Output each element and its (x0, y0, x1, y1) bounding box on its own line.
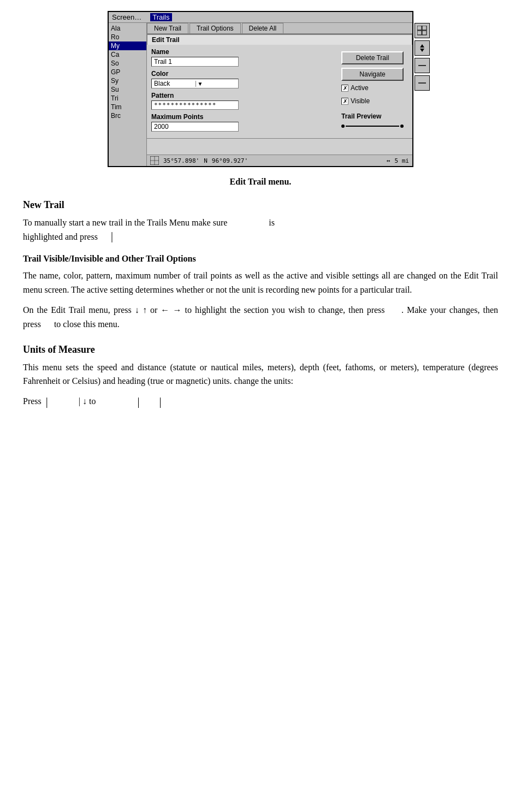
new-trail-paragraph: To manually start a new trail in the Tra… (23, 216, 498, 244)
color-label: Color (151, 70, 337, 78)
delete-trail-button[interactable]: Delete Trail (341, 51, 404, 64)
active-label: Active (351, 84, 369, 92)
trail-preview-label: Trail Preview (341, 112, 404, 120)
pattern-input[interactable]: *************** (151, 100, 239, 110)
menu-trails[interactable]: Trails (150, 13, 171, 21)
sidebar-my[interactable]: My (109, 42, 146, 50)
units-heading: Units of Measure (23, 342, 498, 357)
right-icon-4 (415, 75, 430, 91)
press-label: Press (23, 395, 42, 408)
edit-trail-window: Screen… Trails Ala Ro My Ca So GP Sy Su … (108, 11, 413, 167)
trail-preview-dot-right (400, 125, 404, 128)
svg-marker-8 (420, 49, 424, 52)
sidebar-gp: GP (109, 68, 146, 76)
status-distance: 5 mi (395, 157, 410, 164)
tab-bar: New Trail Trail Options Delete All (147, 23, 412, 34)
new-trail-is: is (269, 218, 275, 227)
menu-bar: Screen… Trails (109, 12, 412, 23)
status-arrows: ↔ (387, 157, 390, 164)
right-icon-1 (415, 23, 430, 38)
units-paragraph: This menu sets the speed and distance (s… (23, 360, 498, 388)
vertical-bar-1: | (111, 230, 113, 242)
status-bar: 35°57.898' N 96°09.927' ↔ 5 mi (147, 155, 412, 166)
line-icon (417, 78, 427, 88)
active-checkbox-row: ✗ Active (341, 84, 404, 92)
color-value: Black (152, 79, 196, 88)
tab-delete-all[interactable]: Delete All (242, 23, 284, 33)
sidebar-tri: Tri (109, 94, 146, 103)
zoom-icon (417, 61, 427, 70)
press-down-label: | ↓ to (79, 395, 96, 408)
sidebar-tim: Tim (109, 103, 146, 111)
trail-preview-line (346, 126, 399, 127)
sidebar-ca: Ca (109, 50, 146, 59)
menu-screen[interactable]: Screen… (112, 13, 141, 21)
press-bar3: | (159, 396, 161, 407)
svg-rect-5 (417, 31, 422, 35)
edit-trail-paragraph: On the Edit Trail menu, press ↓ ↑ or ← →… (23, 303, 498, 331)
sidebar-ro: Ro (109, 33, 146, 42)
inline-spacer (229, 218, 267, 227)
press-line: Press | | ↓ to | | (23, 395, 498, 408)
trail-visible-paragraph: The name, color, pattern, maximum number… (23, 269, 498, 297)
active-tab-edit-trail: Edit Trail (147, 34, 412, 45)
dropdown-arrow-icon[interactable]: ▼ (196, 81, 239, 87)
name-input[interactable]: Trail 1 (151, 57, 239, 67)
sidebar-ala: Ala (109, 24, 146, 33)
pattern-field-row: Pattern *************** (151, 92, 337, 110)
dialog-right-panel: Delete Trail Navigate ✗ Active ✗ Visible… (337, 48, 408, 135)
status-dir1: N (204, 157, 208, 164)
visible-label: Visible (351, 97, 370, 105)
press-bar2: | (137, 396, 139, 407)
trail-visible-heading: Trail Visible/Invisible and Other Trail … (23, 252, 498, 265)
tab-trail-options[interactable]: Trail Options (190, 23, 241, 33)
new-trail-highlighted: highlighted and press (23, 232, 98, 241)
arrows-icon (417, 43, 427, 53)
content-area: New Trail To manually start a new trail … (23, 198, 498, 408)
new-trail-heading: New Trail (23, 198, 498, 212)
pattern-label: Pattern (151, 92, 337, 99)
press-bar1: | (46, 396, 48, 407)
figure-caption: Edit Trail menu. (22, 177, 499, 187)
grid-icon (417, 26, 427, 35)
color-dropdown[interactable]: Black ▼ (151, 79, 239, 88)
svg-rect-6 (422, 31, 427, 35)
trail-preview-dot-left (341, 125, 345, 128)
right-icon-2 (415, 40, 430, 56)
svg-marker-7 (420, 44, 424, 48)
sidebar-brc: Brc (109, 111, 146, 120)
name-field-row: Name Trail 1 (151, 48, 337, 67)
navigate-button[interactable]: Navigate (341, 68, 404, 81)
sidebar-sy: Sy (109, 76, 146, 85)
name-label: Name (151, 48, 337, 56)
color-field-row: Color Black ▼ (151, 70, 337, 88)
visible-checkbox-row: ✗ Visible (341, 97, 404, 105)
visible-checkbox[interactable]: ✗ (341, 98, 348, 105)
active-checkbox[interactable]: ✗ (341, 85, 348, 92)
status-coord-n: 35°57.898' (163, 157, 199, 164)
svg-rect-4 (422, 26, 427, 30)
sidebar-so: So (109, 59, 146, 68)
status-coord-w: 96°09.927' (212, 157, 248, 164)
map-icon (150, 156, 159, 165)
sidebar-su: Su (109, 85, 146, 94)
sidebar-list: Ala Ro My Ca So GP Sy Su Tri Tim Brc (109, 23, 147, 166)
max-points-field-row: Maximum Points 2000 (151, 113, 337, 132)
svg-rect-3 (417, 26, 422, 30)
max-points-label: Maximum Points (151, 113, 337, 121)
tab-new-trail[interactable]: New Trail (147, 23, 188, 33)
max-points-input[interactable]: 2000 (151, 122, 239, 132)
right-icon-3 (415, 58, 430, 73)
